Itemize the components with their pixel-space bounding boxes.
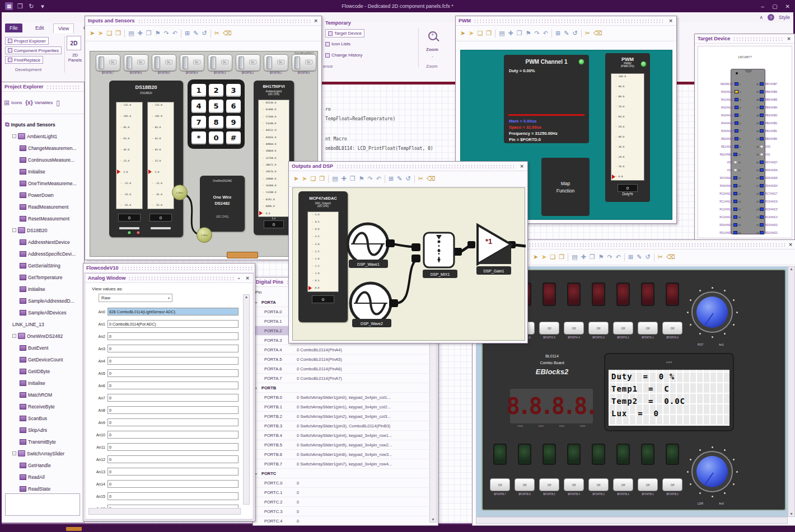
component-properties-button[interactable]: Component Properties [5,46,62,54]
tree-item[interactable]: SkipAdrs [20,424,47,436]
switch-lever[interactable] [238,57,244,69]
keypad-key[interactable]: 4 [191,100,206,112]
tool-icon[interactable]: ❒ [350,176,356,182]
tree-item[interactable]: ChangeMeasuremen... [20,142,76,154]
drag-texture[interactable] [46,85,81,89]
tool-icon[interactable]: ⚑ [526,30,531,36]
tab-view[interactable]: View [53,23,74,33]
onewire-plug[interactable]: 1-Wire [197,227,212,243]
tree-item[interactable]: GetSerialString [20,260,60,271]
toggle-switch[interactable]: On [152,54,176,71]
analog-hscrollbar[interactable] [88,508,241,515]
pin-group-row[interactable]: ▾PORTB [254,383,430,393]
tool-icon[interactable]: ❐ [319,176,325,182]
tree-item[interactable]: -SwitchArraySlider [12,448,64,459]
port-toggle-button[interactable]: Off [539,478,559,491]
scale-marker[interactable] [612,175,618,179]
pin-row[interactable]: PORTC.10 [254,488,430,497]
tool-icon[interactable]: ❏ [477,30,483,36]
view-mode-dropdown[interactable]: Raw▾ [99,294,172,302]
analog-value-field[interactable]: 0 [107,492,238,500]
tree-item[interactable]: Initialise [20,377,45,389]
tool-icon[interactable]: ➤ [90,30,95,36]
duty-value[interactable]: 0 [618,184,638,192]
tree-item[interactable]: ⧉Inputs and Sensors [5,119,55,130]
tool-icon[interactable]: ❒ [590,254,595,260]
tool-icon[interactable]: ↶ [543,30,548,36]
chevron-down-icon[interactable]: ▾ [255,472,257,475]
tool-icon[interactable]: ↶ [616,254,621,260]
tree-item[interactable]: GetDeviceCount [20,354,63,365]
tool-icon[interactable]: ❏ [550,254,555,260]
toggle-switch[interactable]: On [96,54,120,71]
pin-row[interactable]: PORTB.40 SwitchArraySlider1(pin4), keypa… [254,431,430,440]
tree-item[interactable]: ScanBus [20,412,47,424]
tool-icon[interactable]: ▤ [499,30,504,36]
port-toggle-button[interactable]: Off [662,478,682,491]
tool-icon[interactable]: ⌫ [427,176,436,182]
analog-value-field[interactable]: 0 [107,406,238,414]
close-icon[interactable]: ✕ [788,242,793,247]
tool-icon[interactable]: ❐ [115,30,121,36]
toggle-change-history[interactable]: Change History [325,53,362,58]
tool-icon[interactable]: ✎ [564,30,569,36]
port-toggle-button[interactable]: Off [613,478,633,491]
minimize-button[interactable]: – [761,3,765,10]
keypad-key[interactable]: 5 [209,100,223,112]
temperature-value[interactable]: 0 [118,214,141,222]
tool-icon[interactable]: ▤ [128,30,134,36]
tree-item[interactable]: PowerDown [20,189,54,201]
switch-lever[interactable] [266,57,272,69]
undo-icon[interactable]: ↻ [27,2,35,10]
tree-item[interactable]: GetHandle [20,459,51,471]
pin-row[interactable]: PORTB.50 SwitchArraySlider1(pin5), keypa… [254,440,430,450]
switch-lever[interactable] [127,57,132,69]
tool-icon[interactable]: ▤ [332,176,338,182]
analog-value-field[interactable]: 0 [107,369,238,377]
tab-variables[interactable]: {x}Variables [25,100,53,106]
tree-item[interactable]: LINK_LINE_13 [12,318,44,330]
tab-icons[interactable]: ⊞Icons [4,99,22,107]
tool-icon[interactable]: ⊞ [389,176,394,182]
pin-row[interactable]: PORTC.20 [254,497,430,507]
tool-icon[interactable]: ➤ [302,176,307,182]
port-toggle-button[interactable]: Off [564,478,584,491]
maximize-button[interactable]: ▢ [772,3,777,10]
tool-icon[interactable]: ↺ [405,176,410,182]
tool-icon[interactable]: ❐ [559,254,564,260]
tab-extra[interactable]: ▯ [56,99,60,107]
tool-icon[interactable]: ➤ [98,30,103,36]
toggle-switch[interactable]: On [264,54,288,71]
help-icon[interactable]: ? [768,14,774,21]
drag-texture[interactable] [138,19,310,23]
tree-expander[interactable]: - [12,334,16,338]
tree-item[interactable]: SampleAddressedD... [20,295,74,307]
port-toggle-button[interactable]: Off [638,322,658,335]
keypad-key[interactable]: 0 [209,131,223,144]
port-toggle-button[interactable]: Off [515,478,535,491]
project-explorer-button[interactable]: Project Explorer [5,37,49,45]
zoom-icon[interactable]: + [428,31,437,40]
pin-row[interactable]: PORTA.70 ComboBL0114(PinA7) [254,374,430,383]
tool-icon[interactable]: ➤ [293,176,298,182]
onewire-plug[interactable]: 1-Wire [172,185,188,200]
pin-row[interactable]: PORTB.20 SwitchArraySlider1(pin2), keypa… [254,412,430,421]
toggle-target-device[interactable]: Target Device [325,29,364,37]
board-vertical-scrollbar[interactable]: ▲▼ [788,266,795,517]
port-toggle-button[interactable]: Off [588,478,609,491]
tool-icon[interactable]: ⌫ [666,254,675,260]
2d-panel-button[interactable]: 2D [67,36,81,50]
tab-edit[interactable]: Edit [31,23,49,32]
analog-value-field[interactable]: 0 [107,382,238,389]
pin-row[interactable]: PORTB.60 SwitchArraySlider1(pin6), keypa… [254,450,430,459]
tool-icon[interactable]: ❏ [106,30,112,36]
tool-icon[interactable]: ↺ [572,30,577,36]
tool-icon[interactable]: ✎ [397,176,402,182]
close-icon[interactable]: ✕ [519,164,525,169]
analog-value-field[interactable]: 0 [107,418,238,426]
knob-dial[interactable] [691,291,733,333]
pin-row[interactable]: PORTC.00 [254,478,430,488]
tree-item[interactable]: -DS18B20 [12,224,47,236]
pwm-slider-component[interactable]: PWM PWM2 (PWM CH1) - 100.0- 90.0- 80.0- … [605,53,650,202]
tree-item[interactable]: AddressSpecificDevi... [20,248,76,260]
